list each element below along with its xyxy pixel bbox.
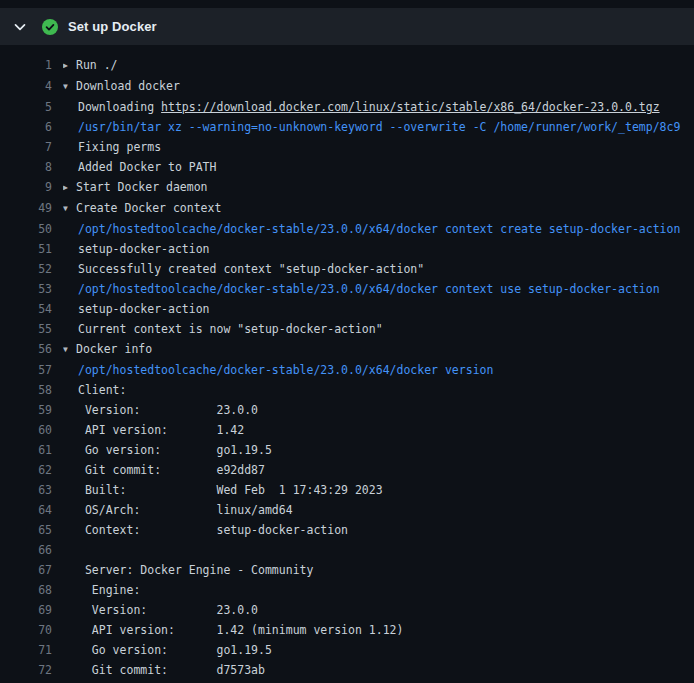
line-content [63,540,694,560]
log-command-text: /opt/hostedtoolcache/docker-stable/23.0.… [78,222,680,236]
line-content: Context: setup-docker-action [63,520,694,540]
line-content: Server: Docker Engine - Community [63,560,694,580]
log-line: 63 Built: Wed Feb 1 17:43:29 2023 [0,480,694,500]
chevron-down-icon[interactable] [12,19,28,35]
log-line: 66 [0,540,694,560]
log-line: 64 OS/Arch: linux/amd64 [0,500,694,520]
group-collapsed-icon[interactable]: ▶ [63,56,76,76]
line-number[interactable]: 65 [0,520,52,540]
line-number[interactable]: 49 [0,198,52,219]
line-number[interactable]: 1 [0,55,52,76]
log-line: 59 Version: 23.0.0 [0,400,694,420]
line-number[interactable]: 9 [0,177,52,198]
line-content: Go version: go1.19.5 [63,440,694,460]
line-content: /opt/hostedtoolcache/docker-stable/23.0.… [63,279,694,299]
log-text: Version: 23.0.0 [78,603,258,617]
line-number[interactable]: 56 [0,339,52,360]
log-line: 72 Git commit: d7573ab [0,660,694,680]
line-number[interactable]: 54 [0,299,52,319]
line-content: Client: [63,380,694,400]
line-number[interactable]: 58 [0,380,52,400]
log-command-text: /usr/bin/tar xz --warning=no-unknown-key… [78,120,680,134]
log-text: Context: setup-docker-action [78,523,348,537]
line-number[interactable]: 68 [0,580,52,600]
log-text: Create Docker context [76,201,221,215]
log-text: setup-docker-action [78,302,210,316]
log-text: Engine: [78,583,140,597]
line-content: ▼Create Docker context [63,198,694,219]
line-number[interactable]: 6 [0,117,52,137]
step-title: Set up Docker [68,19,157,34]
log-link[interactable]: https://download.docker.com/linux/static… [161,100,660,114]
line-content: Successfully created context "setup-dock… [63,259,694,279]
log-text: API version: 1.42 [78,423,244,437]
log-text: Added Docker to PATH [78,160,216,174]
line-content: API version: 1.42 [63,420,694,440]
line-number[interactable]: 57 [0,360,52,380]
log-text: Git commit: d7573ab [78,663,265,677]
line-content: setup-docker-action [63,239,694,259]
line-content: ▶Run ./ [63,55,694,76]
log-text: setup-docker-action [78,242,210,256]
log-text: OS/Arch: linux/amd64 [78,503,293,517]
log-line: 70 API version: 1.42 (minimum version 1.… [0,620,694,640]
log-line: 55 Current context is now "setup-docker-… [0,319,694,339]
log-line: 71 Go version: go1.19.5 [0,640,694,660]
line-number[interactable]: 55 [0,319,52,339]
log-body: 1 ▶Run ./ 4 ▼Download docker 5 Downloadi… [0,45,694,680]
log-line: 50 /opt/hostedtoolcache/docker-stable/23… [0,219,694,239]
line-number[interactable]: 50 [0,219,52,239]
line-number[interactable]: 63 [0,480,52,500]
log-line: 61 Go version: go1.19.5 [0,440,694,460]
line-number[interactable]: 53 [0,279,52,299]
log-line: 1 ▶Run ./ [0,55,694,76]
line-number[interactable]: 70 [0,620,52,640]
group-expanded-icon[interactable]: ▼ [63,340,76,360]
group-expanded-icon[interactable]: ▼ [63,77,76,97]
line-number[interactable]: 64 [0,500,52,520]
line-content: /usr/bin/tar xz --warning=no-unknown-key… [63,117,694,137]
log-line: 5 Downloading https://download.docker.co… [0,97,694,117]
group-collapsed-icon[interactable]: ▶ [63,178,76,198]
line-number[interactable]: 5 [0,97,52,117]
line-content: /opt/hostedtoolcache/docker-stable/23.0.… [63,219,694,239]
line-content: Version: 23.0.0 [63,600,694,620]
log-line: 68 Engine: [0,580,694,600]
group-expanded-icon[interactable]: ▼ [63,199,76,219]
log-line: 49 ▼Create Docker context [0,198,694,219]
log-line: 56 ▼Docker info [0,339,694,360]
line-number[interactable]: 8 [0,157,52,177]
line-number[interactable]: 66 [0,540,52,560]
log-line: 4 ▼Download docker [0,76,694,97]
line-number[interactable]: 62 [0,460,52,480]
line-number[interactable]: 67 [0,560,52,580]
line-number[interactable]: 4 [0,76,52,97]
line-number[interactable]: 51 [0,239,52,259]
line-content: Current context is now "setup-docker-act… [63,319,694,339]
line-number[interactable]: 72 [0,660,52,680]
line-number[interactable]: 7 [0,137,52,157]
step-header[interactable]: Set up Docker [0,8,694,45]
log-line: 60 API version: 1.42 [0,420,694,440]
line-number[interactable]: 52 [0,259,52,279]
line-content: Version: 23.0.0 [63,400,694,420]
log-text: Built: Wed Feb 1 17:43:29 2023 [78,483,383,497]
line-content: Built: Wed Feb 1 17:43:29 2023 [63,480,694,500]
line-content: ▶Start Docker daemon [63,177,694,198]
line-number[interactable]: 71 [0,640,52,660]
line-content: Engine: [63,580,694,600]
line-number[interactable]: 60 [0,420,52,440]
log-text: Download docker [76,79,180,93]
log-lines: 1 ▶Run ./ 4 ▼Download docker 5 Downloadi… [0,55,694,680]
log-text: API version: 1.42 (minimum version 1.12) [78,623,403,637]
log-text: Fixing perms [78,140,161,154]
line-content: setup-docker-action [63,299,694,319]
log-text: Downloading [78,100,161,114]
line-number[interactable]: 61 [0,440,52,460]
log-line: 65 Context: setup-docker-action [0,520,694,540]
log-line: 57 /opt/hostedtoolcache/docker-stable/23… [0,360,694,380]
line-content: ▼Docker info [63,339,694,360]
line-number[interactable]: 69 [0,600,52,620]
log-line: 67 Server: Docker Engine - Community [0,560,694,580]
line-number[interactable]: 59 [0,400,52,420]
